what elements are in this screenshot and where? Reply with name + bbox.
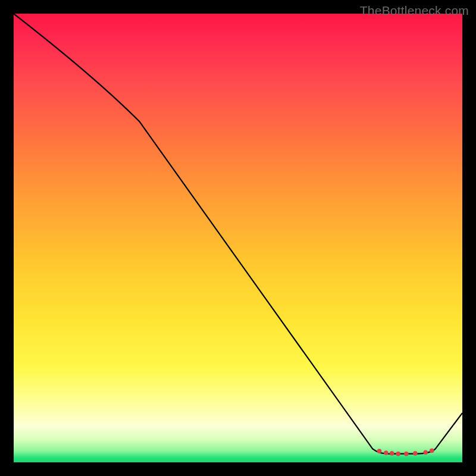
curve-marker: [377, 449, 381, 453]
bottleneck-curve: [14, 14, 462, 454]
curve-marker: [396, 452, 400, 456]
curve-marker: [384, 451, 388, 455]
curve-marker: [413, 451, 417, 455]
curve-marker: [390, 451, 394, 455]
chart-frame: TheBottleneck.com: [0, 0, 476, 476]
matched-segment-markers: [377, 449, 434, 456]
plot-area: [14, 14, 462, 462]
curve-marker: [430, 449, 434, 453]
curve-marker: [424, 450, 428, 455]
watermark-text: TheBottleneck.com: [360, 4, 469, 18]
line-layer: [14, 14, 462, 462]
curve-marker: [404, 452, 408, 456]
